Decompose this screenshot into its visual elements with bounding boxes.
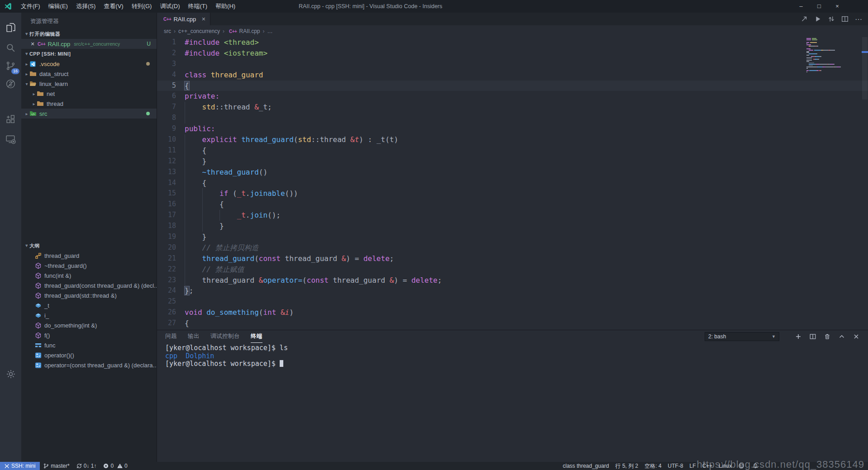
code-line[interactable]: 3 <box>157 59 868 70</box>
code-line[interactable]: 10 explicit thread_guard(std::thread &t)… <box>157 134 868 145</box>
menu-item[interactable]: 选择(S) <box>72 3 100 9</box>
minimap[interactable] <box>806 38 862 328</box>
outline-item-operator[interactable]: operator()() <box>21 350 157 360</box>
outline-item-method[interactable]: ~thread_guard() <box>21 261 157 271</box>
extensions-icon[interactable] <box>0 112 21 126</box>
tree-item-.vscode[interactable]: ▸.vscode <box>21 59 157 69</box>
open-editor-item[interactable]: ✕ C++ RAII.cpp src/c++_concurrency U <box>21 39 157 49</box>
split-terminal-icon[interactable] <box>806 332 820 341</box>
code-line[interactable]: 21 thread_guard(const thread_guard &) = … <box>157 253 868 264</box>
code-line[interactable]: 18 } <box>157 221 868 232</box>
menu-item[interactable]: 帮助(H) <box>211 3 239 9</box>
run-code-icon[interactable] <box>797 13 811 25</box>
close-editor-icon[interactable]: ✕ <box>29 41 36 47</box>
code-line[interactable]: 11 { <box>157 145 868 156</box>
close-icon[interactable]: × <box>828 0 846 13</box>
outline-item-class[interactable]: thread_guard <box>21 251 157 261</box>
maximize-icon[interactable]: □ <box>810 0 828 13</box>
maximize-panel-icon[interactable] <box>835 332 849 341</box>
tree-item-linux_learn[interactable]: ▾linux_learn <box>21 79 157 89</box>
code-line[interactable]: 25 <box>157 296 868 307</box>
code-line[interactable]: 24}; <box>157 285 868 296</box>
outline-item-field[interactable]: i_ <box>21 310 157 320</box>
encoding-status[interactable]: UTF-8 <box>665 462 687 470</box>
git-sync-status[interactable]: 0↓ 1↑ <box>73 462 100 470</box>
tree-item-data_struct[interactable]: ▸data_struct <box>21 69 157 79</box>
code-line[interactable]: 20 // 禁止拷贝构造 <box>157 242 868 253</box>
code-line[interactable]: 2#include <iostream> <box>157 48 868 59</box>
breadcrumb-item[interactable]: src <box>164 28 171 34</box>
problems-status[interactable]: 0 0 <box>100 462 130 470</box>
tree-item-net[interactable]: ▸net <box>21 89 157 99</box>
source-control-icon[interactable]: 16 <box>0 59 21 72</box>
code-line[interactable]: 14 { <box>157 178 868 189</box>
outline-item-method[interactable]: func(int &) <box>21 271 157 280</box>
code-line[interactable]: 17 _t.join(); <box>157 210 868 221</box>
remote-indicator[interactable]: SSH: mini <box>0 462 40 470</box>
outline-item-struct[interactable]: func <box>21 340 157 350</box>
new-terminal-icon[interactable] <box>791 332 806 341</box>
scrollbar-thumb[interactable] <box>862 37 868 100</box>
outline-item-method[interactable]: thread_guard(std::thread &) <box>21 290 157 300</box>
tree-item-src[interactable]: ▸src <box>21 109 157 119</box>
code-line[interactable]: 26void do_something(int &i) <box>157 307 868 318</box>
open-changes-icon[interactable] <box>825 13 838 25</box>
panel-tab-输出[interactable]: 输出 <box>188 330 200 343</box>
menu-item[interactable]: 查看(V) <box>100 3 127 9</box>
code-line[interactable]: 1#include <thread> <box>157 37 868 48</box>
folder-section-header[interactable]: ▾ CPP [SSH: MINI] <box>21 49 157 59</box>
outline-item-method[interactable]: do_something(int &) <box>21 320 157 330</box>
breadcrumb-item[interactable]: RAII.cpp <box>239 28 260 34</box>
tree-item-thread[interactable]: ▸thread <box>21 99 157 109</box>
debug-disabled-icon[interactable] <box>0 77 21 90</box>
breadcrumb-item[interactable]: c++_concurrency <box>178 28 220 34</box>
outline-item-method[interactable]: f() <box>21 330 157 340</box>
menu-item[interactable]: 调试(D) <box>156 3 184 9</box>
code-line[interactable]: 22 // 禁止赋值 <box>157 264 868 275</box>
minimize-icon[interactable]: – <box>792 0 810 13</box>
breadcrumb-item[interactable]: … <box>267 28 273 34</box>
tab-raii-cpp[interactable]: C++ RAII.cpp ✕ <box>157 13 210 25</box>
indentation-status[interactable]: 空格: 4 <box>641 462 664 470</box>
kill-terminal-icon[interactable] <box>820 332 835 341</box>
code-line[interactable]: 19 } <box>157 232 868 242</box>
remote-explorer-icon[interactable] <box>0 132 21 146</box>
panel-tab-问题[interactable]: 问题 <box>165 330 177 343</box>
code-line[interactable]: 4class thread_guard <box>157 70 868 81</box>
code-line[interactable]: 7 std::thread &_t; <box>157 102 868 113</box>
terminal-output[interactable]: [yker@localhost workspace]$ lscpp Dolphi… <box>165 344 859 462</box>
manage-gear-icon[interactable] <box>0 367 21 381</box>
menu-item[interactable]: 转到(G) <box>128 3 156 9</box>
code-line[interactable]: 23 thread_guard &operator=(const thread_… <box>157 275 868 286</box>
git-branch-status[interactable]: master* <box>40 462 72 470</box>
symbol-status[interactable]: class thread_guard <box>560 462 612 470</box>
menu-item[interactable]: 文件(F) <box>17 3 44 9</box>
terminal-shell-select[interactable]: 2: bash ▼ <box>705 332 779 341</box>
open-editors-header[interactable]: ▾ 打开的编辑器 <box>21 29 157 39</box>
code-line[interactable]: 12 } <box>157 156 868 167</box>
code-line[interactable]: 16 { <box>157 199 868 210</box>
panel-tab-调试控制台[interactable]: 调试控制台 <box>210 330 240 343</box>
outline-header[interactable]: ▾ 大纲 <box>21 241 157 251</box>
panel-tab-终端[interactable]: 终端 <box>251 330 262 343</box>
code-line[interactable]: 13 ~thread_guard() <box>157 167 868 178</box>
split-editor-icon[interactable] <box>838 13 852 25</box>
run-file-icon[interactable] <box>811 13 825 25</box>
editor-scrollbar[interactable] <box>862 37 868 330</box>
code-line[interactable]: 27{ <box>157 318 868 329</box>
outline-item-operator[interactable]: operator=(const thread_guard &) (declara… <box>21 360 157 370</box>
explorer-icon[interactable] <box>0 20 21 34</box>
code-line[interactable]: 15 if (_t.joinable()) <box>157 188 868 199</box>
code-line[interactable]: 6private: <box>157 91 868 102</box>
outline-item-field[interactable]: _t <box>21 300 157 310</box>
cursor-position-status[interactable]: 行 5, 列 2 <box>612 462 642 470</box>
tab-close-icon[interactable]: ✕ <box>201 16 205 22</box>
code-editor[interactable]: 1#include <thread>2#include <iostream>34… <box>157 37 868 330</box>
more-actions-icon[interactable]: ⋯ <box>852 13 865 25</box>
close-panel-icon[interactable] <box>849 332 863 341</box>
outline-item-method[interactable]: thread_guard(const thread_guard &) (decl… <box>21 280 157 290</box>
code-line[interactable]: 9public: <box>157 123 868 134</box>
menu-item[interactable]: 编辑(E) <box>44 3 72 9</box>
code-line[interactable]: 8 <box>157 113 868 123</box>
search-icon[interactable] <box>0 41 21 54</box>
